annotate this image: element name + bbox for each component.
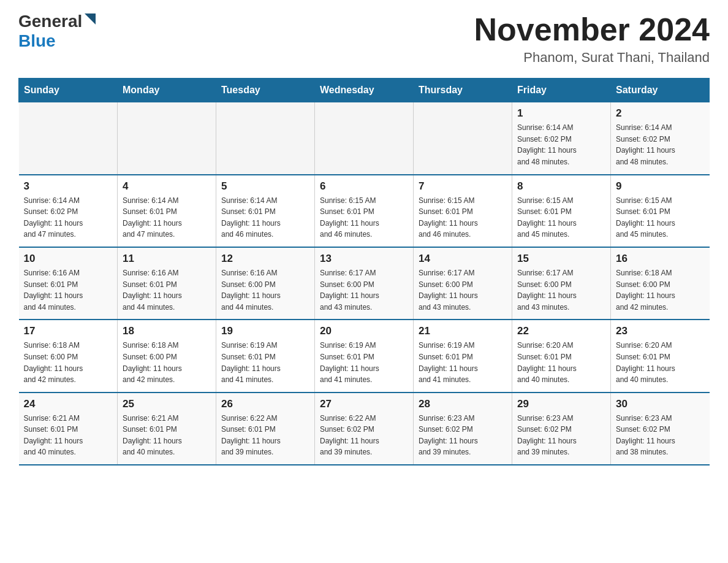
day-number: 24 (24, 398, 113, 410)
day-number: 9 (616, 180, 705, 193)
day-info: Sunrise: 6:19 AM Sunset: 6:01 PM Dayligh… (221, 340, 309, 385)
day-info: Sunrise: 6:21 AM Sunset: 6:01 PM Dayligh… (24, 413, 113, 458)
day-info: Sunrise: 6:16 AM Sunset: 6:01 PM Dayligh… (24, 267, 113, 313)
calendar-cell: 10Sunrise: 6:16 AM Sunset: 6:01 PM Dayli… (19, 247, 118, 320)
calendar-cell: 18Sunrise: 6:18 AM Sunset: 6:00 PM Dayli… (118, 320, 216, 392)
logo-general: General (18, 12, 82, 31)
day-number: 28 (419, 398, 507, 410)
calendar-cell: 22Sunrise: 6:20 AM Sunset: 6:01 PM Dayli… (512, 320, 611, 392)
calendar-cell (315, 102, 414, 175)
calendar-cell: 20Sunrise: 6:19 AM Sunset: 6:01 PM Dayli… (315, 320, 414, 392)
page-header: General Blue November 2024 Phanom, Surat… (18, 12, 710, 66)
day-number: 11 (123, 253, 211, 265)
day-info: Sunrise: 6:23 AM Sunset: 6:02 PM Dayligh… (419, 413, 507, 458)
calendar-cell: 6Sunrise: 6:15 AM Sunset: 6:01 PM Daylig… (315, 175, 414, 247)
day-number: 17 (24, 325, 113, 337)
day-number: 8 (517, 180, 605, 193)
month-title: November 2024 (474, 12, 710, 47)
calendar-cell (19, 102, 118, 175)
day-number: 29 (517, 398, 605, 410)
day-number: 13 (320, 253, 408, 265)
calendar-cell: 23Sunrise: 6:20 AM Sunset: 6:01 PM Dayli… (611, 320, 710, 392)
calendar-cell: 30Sunrise: 6:23 AM Sunset: 6:02 PM Dayli… (611, 393, 710, 465)
day-number: 15 (517, 253, 605, 265)
day-info: Sunrise: 6:20 AM Sunset: 6:01 PM Dayligh… (517, 340, 605, 385)
day-info: Sunrise: 6:23 AM Sunset: 6:02 PM Dayligh… (517, 413, 605, 458)
calendar-cell: 16Sunrise: 6:18 AM Sunset: 6:00 PM Dayli… (611, 247, 710, 320)
day-info: Sunrise: 6:14 AM Sunset: 6:01 PM Dayligh… (221, 195, 309, 240)
calendar-cell (118, 102, 216, 175)
calendar-cell: 8Sunrise: 6:15 AM Sunset: 6:01 PM Daylig… (512, 175, 611, 247)
day-info: Sunrise: 6:14 AM Sunset: 6:02 PM Dayligh… (616, 122, 705, 167)
day-info: Sunrise: 6:18 AM Sunset: 6:00 PM Dayligh… (24, 340, 113, 385)
day-info: Sunrise: 6:16 AM Sunset: 6:01 PM Dayligh… (123, 267, 211, 313)
svg-marker-0 (85, 13, 96, 25)
day-info: Sunrise: 6:17 AM Sunset: 6:00 PM Dayligh… (419, 267, 507, 313)
calendar-cell: 9Sunrise: 6:15 AM Sunset: 6:01 PM Daylig… (611, 175, 710, 247)
day-number: 14 (419, 253, 507, 265)
day-info: Sunrise: 6:15 AM Sunset: 6:01 PM Dayligh… (419, 195, 507, 240)
day-number: 18 (123, 325, 211, 337)
day-info: Sunrise: 6:14 AM Sunset: 6:02 PM Dayligh… (24, 195, 113, 240)
title-area: November 2024 Phanom, Surat Thani, Thail… (474, 12, 710, 66)
calendar-cell: 13Sunrise: 6:17 AM Sunset: 6:00 PM Dayli… (315, 247, 414, 320)
day-number: 19 (221, 325, 309, 337)
logo-arrow-icon (83, 12, 97, 26)
header-saturday: Saturday (611, 79, 710, 102)
header-wednesday: Wednesday (315, 79, 414, 102)
calendar-cell: 25Sunrise: 6:21 AM Sunset: 6:01 PM Dayli… (118, 393, 216, 465)
day-number: 16 (616, 253, 705, 265)
calendar-cell: 3Sunrise: 6:14 AM Sunset: 6:02 PM Daylig… (19, 175, 118, 247)
day-number: 27 (320, 398, 408, 410)
day-number: 22 (517, 325, 605, 337)
calendar-cell: 5Sunrise: 6:14 AM Sunset: 6:01 PM Daylig… (216, 175, 315, 247)
day-info: Sunrise: 6:20 AM Sunset: 6:01 PM Dayligh… (616, 340, 705, 385)
header-tuesday: Tuesday (216, 79, 315, 102)
day-info: Sunrise: 6:23 AM Sunset: 6:02 PM Dayligh… (616, 413, 705, 458)
day-info: Sunrise: 6:22 AM Sunset: 6:02 PM Dayligh… (320, 413, 408, 458)
day-number: 30 (616, 398, 705, 410)
calendar-cell: 21Sunrise: 6:19 AM Sunset: 6:01 PM Dayli… (414, 320, 512, 392)
day-info: Sunrise: 6:15 AM Sunset: 6:01 PM Dayligh… (320, 195, 408, 240)
calendar-cell: 26Sunrise: 6:22 AM Sunset: 6:01 PM Dayli… (216, 393, 315, 465)
day-number: 2 (616, 107, 705, 120)
calendar-week-row: 1Sunrise: 6:14 AM Sunset: 6:02 PM Daylig… (19, 102, 710, 175)
calendar-week-row: 17Sunrise: 6:18 AM Sunset: 6:00 PM Dayli… (19, 320, 710, 392)
calendar-cell: 11Sunrise: 6:16 AM Sunset: 6:01 PM Dayli… (118, 247, 216, 320)
day-info: Sunrise: 6:22 AM Sunset: 6:01 PM Dayligh… (221, 413, 309, 458)
calendar-cell: 2Sunrise: 6:14 AM Sunset: 6:02 PM Daylig… (611, 102, 710, 175)
calendar-cell: 19Sunrise: 6:19 AM Sunset: 6:01 PM Dayli… (216, 320, 315, 392)
calendar-cell: 14Sunrise: 6:17 AM Sunset: 6:00 PM Dayli… (414, 247, 512, 320)
day-info: Sunrise: 6:17 AM Sunset: 6:00 PM Dayligh… (320, 267, 408, 313)
day-number: 25 (123, 398, 211, 410)
location-title: Phanom, Surat Thani, Thailand (474, 50, 710, 66)
logo-blue: Blue (18, 31, 56, 51)
calendar-cell (414, 102, 512, 175)
day-info: Sunrise: 6:15 AM Sunset: 6:01 PM Dayligh… (616, 195, 705, 240)
header-thursday: Thursday (414, 79, 512, 102)
header-sunday: Sunday (19, 79, 118, 102)
header-friday: Friday (512, 79, 611, 102)
day-info: Sunrise: 6:21 AM Sunset: 6:01 PM Dayligh… (123, 413, 211, 458)
day-number: 7 (419, 180, 507, 193)
day-info: Sunrise: 6:14 AM Sunset: 6:02 PM Dayligh… (517, 122, 605, 167)
day-info: Sunrise: 6:14 AM Sunset: 6:01 PM Dayligh… (123, 195, 211, 240)
calendar-week-row: 24Sunrise: 6:21 AM Sunset: 6:01 PM Dayli… (19, 393, 710, 465)
day-number: 10 (24, 253, 113, 265)
day-number: 5 (221, 180, 309, 193)
day-number: 1 (517, 107, 605, 120)
calendar-week-row: 10Sunrise: 6:16 AM Sunset: 6:01 PM Dayli… (19, 247, 710, 320)
calendar-cell: 17Sunrise: 6:18 AM Sunset: 6:00 PM Dayli… (19, 320, 118, 392)
calendar-header-row: SundayMondayTuesdayWednesdayThursdayFrid… (19, 79, 710, 102)
calendar-cell: 27Sunrise: 6:22 AM Sunset: 6:02 PM Dayli… (315, 393, 414, 465)
calendar-table: SundayMondayTuesdayWednesdayThursdayFrid… (18, 78, 710, 465)
day-number: 23 (616, 325, 705, 337)
calendar-cell: 15Sunrise: 6:17 AM Sunset: 6:00 PM Dayli… (512, 247, 611, 320)
calendar-cell: 7Sunrise: 6:15 AM Sunset: 6:01 PM Daylig… (414, 175, 512, 247)
day-number: 6 (320, 180, 408, 193)
calendar-cell: 28Sunrise: 6:23 AM Sunset: 6:02 PM Dayli… (414, 393, 512, 465)
header-monday: Monday (118, 79, 216, 102)
day-number: 4 (123, 180, 211, 193)
day-number: 26 (221, 398, 309, 410)
calendar-cell: 4Sunrise: 6:14 AM Sunset: 6:01 PM Daylig… (118, 175, 216, 247)
